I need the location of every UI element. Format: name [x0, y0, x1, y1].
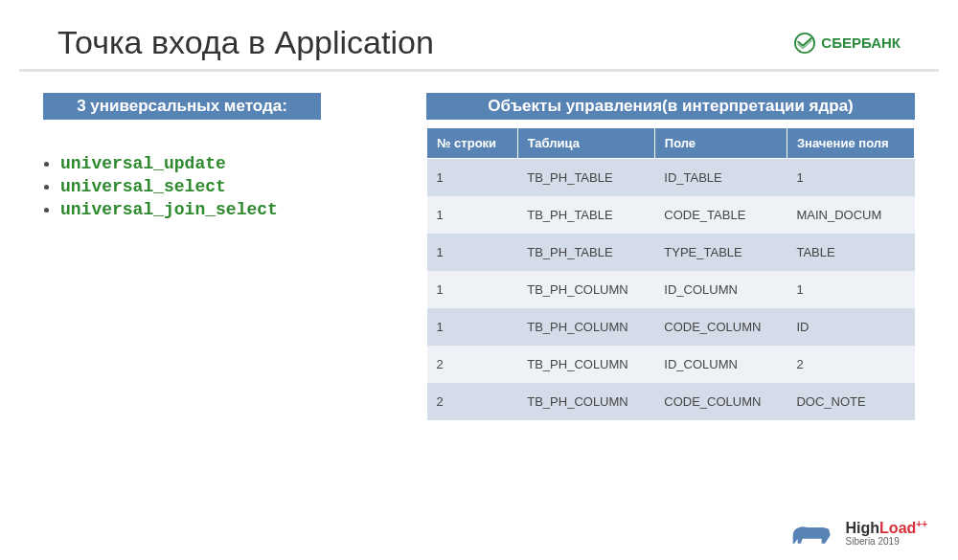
table-cell: 2 [427, 346, 518, 383]
table-cell: TB_PH_COLUMN [517, 271, 654, 308]
table-cell: TB_PH_TABLE [517, 159, 654, 197]
brand-logo: СБЕРБАНК [794, 33, 901, 54]
table-row: 2TB_PH_COLUMNID_COLUMN2 [427, 346, 915, 383]
methods-header: 3 универсальных метода: [43, 93, 321, 120]
table-cell: 2 [787, 346, 914, 383]
col-header: Поле [654, 128, 787, 159]
table-cell: 1 [427, 271, 518, 308]
highload-sub: Siberia 2019 [846, 536, 927, 547]
method-name: universal_update [60, 154, 226, 173]
table-cell: 1 [787, 159, 914, 197]
method-name: universal_join_select [60, 200, 278, 219]
table-row: 2TB_PH_COLUMNCODE_COLUMNDOC_NOTE [427, 383, 915, 420]
sberbank-icon [794, 33, 815, 54]
table-row: 1TB_PH_TABLECODE_TABLEMAIN_DOCUM [427, 196, 915, 234]
highload-plus: ++ [916, 519, 927, 529]
bear-icon [787, 518, 834, 549]
brand-text: СБЕРБАНК [821, 34, 901, 51]
table-cell: 1 [427, 196, 518, 234]
table-cell: 1 [427, 234, 518, 271]
list-item: universal_join_select [60, 199, 398, 219]
table-cell: TABLE [787, 234, 914, 271]
list-item: universal_update [60, 153, 398, 173]
table-cell: TB_PH_TABLE [517, 234, 654, 271]
highload-brand: HighLoad++ Siberia 2019 [846, 520, 927, 547]
table-row: 1TB_PH_TABLETYPE_TABLETABLE [427, 234, 915, 271]
col-header: Таблица [517, 128, 654, 159]
objects-table: № строки Таблица Поле Значение поля 1TB_… [426, 127, 915, 420]
table-cell: ID_TABLE [654, 159, 787, 197]
methods-list: universal_update universal_select univer… [43, 153, 398, 219]
highload-high: High [846, 520, 880, 536]
table-header-title: Объекты управления(в интерпретации ядра) [426, 93, 915, 120]
table-cell: ID_COLUMN [654, 346, 787, 383]
table-cell: ID_COLUMN [654, 271, 787, 308]
table-cell: CODE_TABLE [654, 196, 787, 234]
table-cell: 1 [787, 271, 914, 308]
highload-load: Load [879, 520, 916, 536]
divider [19, 69, 939, 72]
table-cell: MAIN_DOCUM [787, 196, 914, 234]
table-cell: CODE_COLUMN [654, 308, 787, 346]
col-header: № строки [427, 128, 518, 159]
table-cell: 1 [427, 159, 518, 197]
table-cell: ID [787, 308, 914, 346]
table-row: 1TB_PH_COLUMNID_COLUMN1 [427, 271, 915, 308]
table-row: 1TB_PH_TABLEID_TABLE1 [427, 159, 915, 197]
table-cell: 1 [427, 308, 518, 346]
table-cell: 2 [427, 383, 518, 420]
method-name: universal_select [60, 177, 226, 196]
page-title: Точка входа в Application [57, 24, 434, 61]
table-cell: TB_PH_COLUMN [517, 308, 654, 346]
table-cell: TB_PH_COLUMN [517, 346, 654, 383]
table-cell: TYPE_TABLE [654, 234, 787, 271]
col-header: Значение поля [787, 128, 914, 159]
table-cell: TB_PH_TABLE [517, 196, 654, 234]
table-cell: TB_PH_COLUMN [517, 383, 654, 420]
footer-logo: HighLoad++ Siberia 2019 [787, 518, 927, 549]
table-cell: DOC_NOTE [787, 383, 914, 420]
table-cell: CODE_COLUMN [654, 383, 787, 420]
list-item: universal_select [60, 176, 398, 196]
table-row: 1TB_PH_COLUMNCODE_COLUMNID [427, 308, 915, 346]
